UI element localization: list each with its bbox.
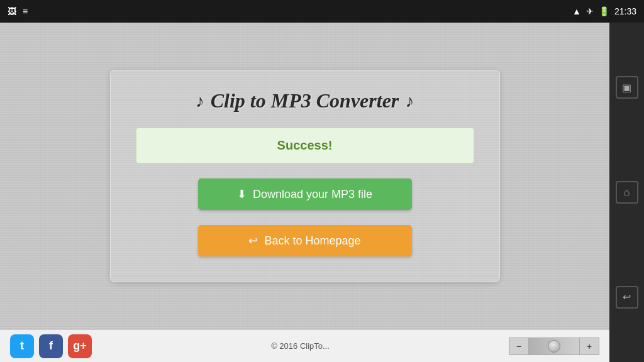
zoom-controls: − + bbox=[509, 337, 599, 355]
success-text: Success! bbox=[277, 138, 333, 152]
recent-apps-button[interactable]: ▣ bbox=[616, 76, 638, 99]
web-content: ♪ Clip to MP3 Converter ♪ Success! ⬇ Dow… bbox=[0, 23, 609, 362]
back-nav-icon: ↩ bbox=[623, 291, 631, 303]
download-button[interactable]: ⬇ Download your MP3 file bbox=[198, 178, 412, 210]
back-label: Back to Homepage bbox=[264, 234, 360, 248]
clock: 21:33 bbox=[614, 6, 636, 16]
gplus-button[interactable]: g+ bbox=[68, 334, 92, 358]
app-title-text: Clip to MP3 Converter bbox=[211, 89, 399, 112]
twitter-icon: t bbox=[20, 339, 24, 353]
status-bar-right: ▲ ✈ 🔋 21:33 bbox=[572, 6, 636, 16]
zoom-out-icon: − bbox=[516, 341, 521, 351]
home-icon: ⌂ bbox=[624, 187, 630, 198]
browser-page: ♪ Clip to MP3 Converter ♪ Success! ⬇ Dow… bbox=[0, 23, 609, 329]
content-card: ♪ Clip to MP3 Converter ♪ Success! ⬇ Dow… bbox=[110, 70, 500, 282]
bars-icon: ≡ bbox=[23, 6, 28, 16]
status-bar: 🖼 ≡ ▲ ✈ 🔋 21:33 bbox=[0, 0, 644, 23]
gplus-icon: g+ bbox=[73, 339, 87, 353]
download-label: Download your MP3 file bbox=[253, 188, 372, 201]
twitter-button[interactable]: t bbox=[10, 334, 34, 358]
facebook-icon: f bbox=[49, 339, 53, 353]
music-note-right: ♪ bbox=[405, 91, 414, 111]
copyright: © 2016 ClipTo... bbox=[271, 341, 330, 351]
home-button[interactable]: ⌂ bbox=[616, 181, 638, 204]
back-button[interactable]: ↩ bbox=[616, 286, 638, 309]
battery-icon: 🔋 bbox=[599, 6, 609, 16]
facebook-button[interactable]: f bbox=[39, 334, 63, 358]
zoom-slider[interactable] bbox=[529, 337, 579, 355]
success-banner: Success! bbox=[136, 128, 474, 163]
back-to-homepage-button[interactable]: ↩ Back to Homepage bbox=[198, 225, 412, 256]
download-icon: ⬇ bbox=[237, 187, 247, 201]
back-icon: ↩ bbox=[248, 234, 258, 248]
airplane-icon: ✈ bbox=[586, 6, 594, 16]
zoom-in-button[interactable]: + bbox=[579, 337, 599, 355]
app-title: ♪ Clip to MP3 Converter ♪ bbox=[196, 89, 414, 112]
zoom-thumb[interactable] bbox=[548, 340, 560, 353]
zoom-in-icon: + bbox=[587, 341, 592, 351]
recent-apps-icon: ▣ bbox=[622, 82, 631, 94]
social-icons: t f g+ bbox=[10, 334, 92, 358]
main-area: ♪ Clip to MP3 Converter ♪ Success! ⬇ Dow… bbox=[0, 23, 644, 362]
zoom-out-button[interactable]: − bbox=[509, 337, 529, 355]
status-bar-left: 🖼 ≡ bbox=[8, 6, 28, 16]
music-note-left: ♪ bbox=[196, 91, 204, 111]
wifi-icon: ▲ bbox=[572, 6, 581, 16]
image-icon: 🖼 bbox=[8, 6, 16, 16]
bottom-bar: t f g+ © 2016 ClipTo... − + bbox=[0, 329, 609, 362]
right-nav: ▣ ⌂ ↩ bbox=[609, 23, 644, 362]
